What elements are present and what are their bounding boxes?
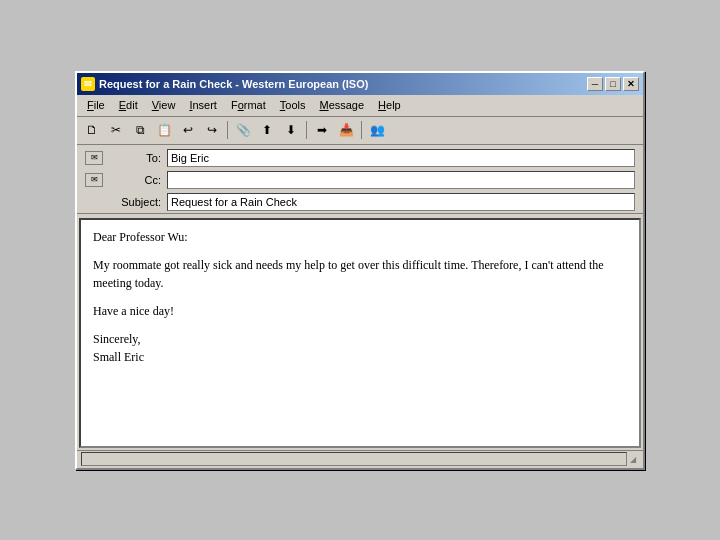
status-bar: ◢ — [77, 450, 643, 468]
toolbar: 🗋 ✂ ⧉ 📋 ↩ ↪ 📎 ⬆ ⬇ ➡ 📥 👥 — [77, 117, 643, 145]
attach-button[interactable]: 📎 — [232, 119, 254, 141]
cc-input[interactable] — [167, 171, 635, 189]
close-button[interactable]: ✕ — [623, 77, 639, 91]
cc-row: ✉ Cc: — [77, 169, 643, 191]
subject-row: Subject: — [77, 191, 643, 214]
menu-help[interactable]: Help — [372, 97, 407, 113]
maximize-button[interactable]: □ — [605, 77, 621, 91]
menu-message[interactable]: Message — [313, 97, 370, 113]
subject-label: Subject: — [107, 196, 167, 208]
separator-1 — [227, 121, 228, 139]
closing-signature: Sincerely, Small Eric — [93, 330, 619, 366]
separator-3 — [361, 121, 362, 139]
cc-icon: ✉ — [85, 173, 103, 187]
redo-button[interactable]: ↪ — [201, 119, 223, 141]
to-input[interactable] — [167, 149, 635, 167]
separator-2 — [306, 121, 307, 139]
subject-input[interactable] — [167, 193, 635, 211]
menu-insert[interactable]: Insert — [183, 97, 223, 113]
undo-button[interactable]: ↩ — [177, 119, 199, 141]
new-button[interactable]: 🗋 — [81, 119, 103, 141]
copy-button[interactable]: ⧉ — [129, 119, 151, 141]
paragraph1: My roommate got really sick and needs my… — [93, 256, 619, 292]
priority-low-button[interactable]: ⬇ — [280, 119, 302, 141]
menu-format[interactable]: Format — [225, 97, 272, 113]
minimize-button[interactable]: ─ — [587, 77, 603, 91]
to-label: To: — [107, 152, 167, 164]
menu-edit[interactable]: Edit — [113, 97, 144, 113]
window-title: Request for a Rain Check - Western Europ… — [99, 78, 368, 90]
window-icon: ✉ — [81, 77, 95, 91]
header-fields: ✉ To: ✉ Cc: Subject: — [77, 145, 643, 216]
paragraph2: Have a nice day! — [93, 302, 619, 320]
title-bar-left: ✉ Request for a Rain Check - Western Eur… — [81, 77, 368, 91]
status-field — [81, 452, 627, 466]
cc-label: Cc: — [107, 174, 167, 186]
resize-grip[interactable]: ◢ — [627, 453, 639, 465]
to-icon: ✉ — [85, 151, 103, 165]
menu-view[interactable]: View — [146, 97, 182, 113]
signature: Small Eric — [93, 350, 144, 364]
cut-button[interactable]: ✂ — [105, 119, 127, 141]
email-content: Dear Professor Wu: My roommate got reall… — [81, 220, 639, 384]
menu-tools[interactable]: Tools — [274, 97, 312, 113]
send-receive-button[interactable]: ➡ — [311, 119, 333, 141]
title-buttons: ─ □ ✕ — [587, 77, 639, 91]
email-window: ✉ Request for a Rain Check - Western Eur… — [75, 71, 645, 470]
addresses-button[interactable]: 👥 — [366, 119, 388, 141]
receive-button[interactable]: 📥 — [335, 119, 357, 141]
menu-file[interactable]: File — [81, 97, 111, 113]
menu-bar: File Edit View Insert Format Tools Messa… — [77, 95, 643, 117]
closing: Sincerely, — [93, 332, 141, 346]
priority-high-button[interactable]: ⬆ — [256, 119, 278, 141]
email-body-area[interactable]: Dear Professor Wu: My roommate got reall… — [79, 218, 641, 448]
paste-button[interactable]: 📋 — [153, 119, 175, 141]
greeting: Dear Professor Wu: — [93, 228, 619, 246]
to-row: ✉ To: — [77, 147, 643, 169]
title-bar: ✉ Request for a Rain Check - Western Eur… — [77, 73, 643, 95]
